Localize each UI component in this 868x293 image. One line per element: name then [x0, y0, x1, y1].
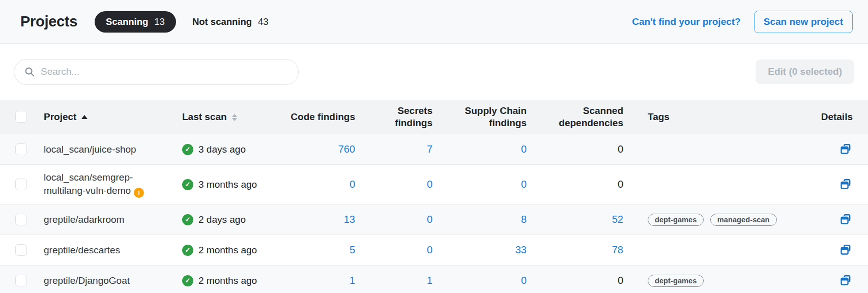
last-scan-text: 3 days ago	[198, 144, 246, 155]
scanned-dependencies-link[interactable]: 78	[612, 244, 623, 255]
windows-icon	[840, 178, 852, 190]
windows-icon	[840, 213, 852, 225]
supply-chain-findings-link[interactable]: 0	[521, 179, 527, 190]
column-header-secrets-findings: Secrets findings	[359, 105, 437, 129]
column-header-scanned-dependencies: Scanned dependencies	[531, 105, 627, 129]
row-checkbox[interactable]	[15, 214, 27, 225]
details-button[interactable]	[838, 243, 853, 257]
tag-badge: dept-games	[648, 214, 704, 226]
project-link[interactable]: local_scan/semgrep-multilang-vuln-demo	[44, 172, 133, 196]
topbar-actions: Can't find your project? Scan new projec…	[632, 11, 853, 33]
tag-badge: dept-games	[648, 275, 704, 287]
last-scan-text: 3 months ago	[198, 179, 257, 190]
page-title: Projects	[20, 13, 77, 30]
toolbar: Edit (0 selected)	[0, 44, 868, 100]
tab-scanning-count: 13	[154, 16, 165, 27]
tab-not-scanning[interactable]: Not scanning 43	[190, 11, 271, 33]
search-icon	[24, 66, 35, 77]
row-checkbox[interactable]	[15, 244, 27, 256]
scanned-dependencies-link[interactable]: 52	[612, 214, 623, 225]
code-findings-link[interactable]: 1	[350, 275, 355, 286]
scan-new-project-button[interactable]: Scan new project	[754, 11, 853, 33]
tag-badge: managed-scan	[710, 214, 777, 226]
project-link[interactable]: local_scan/juice-shop	[44, 144, 136, 155]
scan-success-icon: ✓	[182, 144, 193, 155]
scan-success-icon: ✓	[182, 214, 193, 225]
column-header-details: Details	[807, 111, 868, 123]
table-row: local_scan/juice-shop ✓3 days ago 760 7 …	[0, 134, 868, 165]
windows-icon	[840, 244, 852, 256]
secrets-findings-link[interactable]: 1	[427, 275, 432, 286]
table-row: greptile/DjangoGoat ✓2 months ago 1 1 0 …	[0, 266, 868, 293]
code-findings-link[interactable]: 0	[350, 179, 355, 190]
scanned-dependencies-value: 0	[618, 275, 623, 286]
code-findings-link[interactable]: 13	[344, 214, 355, 225]
table-row: local_scan/semgrep-multilang-vuln-demo! …	[0, 165, 868, 204]
scan-success-icon: ✓	[182, 245, 193, 256]
tab-scanning[interactable]: Scanning 13	[95, 11, 176, 33]
sort-ascending-icon	[81, 115, 88, 119]
supply-chain-findings-link[interactable]: 8	[521, 214, 527, 225]
select-all-checkbox[interactable]	[15, 111, 27, 123]
supply-chain-findings-link[interactable]: 0	[521, 275, 527, 286]
scanned-dependencies-value: 0	[618, 179, 623, 190]
code-findings-link[interactable]: 5	[350, 244, 355, 255]
secrets-findings-link[interactable]: 7	[427, 143, 432, 155]
scanned-dependencies-value: 0	[618, 143, 623, 155]
table-row: greptile/adarkroom ✓2 days ago 13 0 8 52…	[0, 204, 868, 235]
warning-icon[interactable]: !	[134, 188, 144, 198]
tags-cell: dept-games managed-scan	[627, 214, 807, 226]
details-button[interactable]	[838, 273, 853, 287]
scan-success-icon: ✓	[182, 179, 193, 190]
sort-both-icon	[232, 114, 237, 121]
project-link[interactable]: greptile/descartes	[44, 245, 120, 255]
column-header-tags: Tags	[627, 111, 807, 123]
scan-success-icon: ✓	[182, 275, 193, 286]
column-header-project[interactable]: Project	[33, 111, 171, 123]
tags-cell: dept-games	[627, 275, 807, 287]
row-checkbox[interactable]	[15, 179, 27, 190]
top-bar: Projects Scanning 13 Not scanning 43 Can…	[0, 0, 868, 44]
project-link[interactable]: greptile/DjangoGoat	[44, 275, 130, 286]
code-findings-link[interactable]: 760	[338, 143, 355, 155]
project-link[interactable]: greptile/adarkroom	[44, 214, 124, 225]
table-body: local_scan/juice-shop ✓3 days ago 760 7 …	[0, 134, 868, 293]
secrets-findings-link[interactable]: 0	[427, 214, 432, 225]
cant-find-project-link[interactable]: Can't find your project?	[632, 16, 741, 27]
column-header-supply-chain-findings: Supply Chain findings	[437, 105, 531, 129]
tab-not-scanning-label: Not scanning	[192, 16, 252, 27]
last-scan-text: 2 months ago	[198, 245, 257, 256]
row-checkbox[interactable]	[15, 143, 27, 155]
details-button[interactable]	[838, 212, 853, 226]
table-header-row: Project Last scan Code findings Secrets …	[0, 100, 868, 134]
row-checkbox[interactable]	[15, 275, 27, 286]
search-box	[14, 59, 299, 85]
secrets-findings-link[interactable]: 0	[427, 244, 432, 255]
column-header-last-scan[interactable]: Last scan	[171, 111, 278, 123]
tab-not-scanning-count: 43	[258, 16, 269, 27]
windows-icon	[840, 274, 852, 286]
windows-icon	[840, 143, 852, 155]
supply-chain-findings-link[interactable]: 33	[515, 244, 527, 255]
header-checkbox-cell	[0, 111, 33, 123]
column-header-code-findings: Code findings	[278, 111, 359, 123]
last-scan-text: 2 months ago	[198, 275, 257, 286]
edit-selected-button[interactable]: Edit (0 selected)	[756, 60, 854, 84]
details-button[interactable]	[838, 177, 853, 191]
search-input[interactable]	[14, 59, 299, 85]
table-row: greptile/descartes ✓2 months ago 5 0 33 …	[0, 235, 868, 266]
secrets-findings-link[interactable]: 0	[427, 179, 432, 190]
tab-scanning-label: Scanning	[106, 16, 148, 27]
details-button[interactable]	[838, 142, 853, 156]
last-scan-text: 2 days ago	[198, 214, 246, 225]
supply-chain-findings-link[interactable]: 0	[521, 143, 527, 155]
